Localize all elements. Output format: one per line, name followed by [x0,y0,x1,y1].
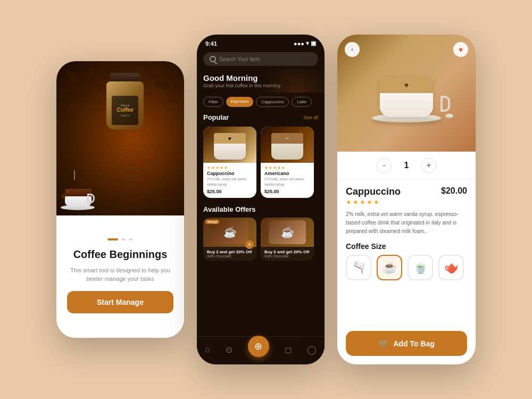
americano-card-info: ★★★★★ Americano 2% milk, extra vet warm … [261,163,314,198]
cappuccino-stars: ★★★★★ [207,165,253,170]
filter-chip-cappuccino[interactable]: Cappuccino [256,97,289,107]
nav-profile-icon[interactable]: ◯ [307,345,317,355]
nav-chat-icon[interactable]: ◻ [285,345,292,355]
svg-point-4 [65,69,79,85]
americano-name: Americano [264,171,310,176]
phone-detail: ‹ ♥ ♥ - 1 + Cappuccino $20.00 [337,35,476,364]
offer-info-2: Buy 2 and get 20% Off With chocolate [261,247,314,261]
size-medium[interactable]: ☕ [377,255,402,280]
product-card-americano[interactable]: ~ ★★★★★ Americano 2% milk, extra vet war… [261,127,314,198]
nav-home-icon[interactable]: ⌂ [205,345,210,354]
cappuccino-name: Cappuccino [207,171,253,176]
americano-price: $25.00 [264,189,310,194]
product-name: Cappuccino [346,186,401,197]
offer-badge-1: Treopl [205,220,219,224]
cart-icon: 🛒 [378,338,389,348]
svg-point-3 [165,93,181,105]
search-placeholder: Search Your Item [219,56,260,62]
add-to-bag-button[interactable]: 🛒 Add To Bag [346,331,467,356]
battery-icon: ▣ [311,40,316,47]
cappuccino-image: ♥ [203,127,256,163]
wifi-icon: ▾ [306,40,309,47]
hero-image: Natural Coffee Arabica [56,61,184,215]
offer-card-1[interactable]: ☕ Treopl + Buy 2 and get 20% Off With ch… [203,218,256,261]
search-icon [210,56,216,62]
quantity-value: 1 [401,161,412,170]
svg-point-1 [154,78,172,92]
detail-content: Cappuccino $20.00 ★★★★★ 2% milk, extra v… [337,180,476,326]
phone-browse: 9:41 ●●● ▾ ▣ Search Your Item Good Morni… [197,35,325,364]
americano-desc: 2% milk, extra vet warm vanila syrup [264,177,310,187]
product-price: $20.00 [441,186,467,196]
product-title-row: Cappuccino $20.00 [346,186,467,197]
filter-chip-espresso[interactable]: Espresso [226,97,253,107]
offer-title-2: Buy 2 and get 20% Off [264,250,310,254]
size-options: 🫗 ☕ 🍵 🫖 [346,255,467,280]
nav-cart-icon: ⊕ [254,340,262,352]
pagination-dots [107,238,133,240]
greeting-subtitle: Grab your frist coffee in this morning [203,83,318,88]
dot-3 [129,238,133,240]
filter-chip-filter[interactable]: Filter [203,97,223,107]
offer-image-2: ☕ [261,218,314,247]
back-button[interactable]: ‹ [345,42,360,57]
quantity-plus-button[interactable]: + [421,158,436,173]
latte-heart-art: ♥ [404,81,409,89]
offer-card-2[interactable]: ☕ Buy 2 and get 20% Off With chocolate [261,218,314,261]
app-subtitle: This smart tool is designed to help you … [67,266,173,284]
filter-chips: Filter Espresso Cappuccino Latte [203,97,318,107]
detail-product-image: ♥ [369,64,444,122]
quantity-minus-button[interactable]: - [377,158,392,173]
size-small[interactable]: 🫗 [346,255,371,280]
signal-icons: ●●● ▾ ▣ [294,40,316,47]
heart-button[interactable]: ♥ [453,42,468,57]
cappuccino-card-info: ★★★★★ Cappuccino 2% milk, extra vet warm… [203,163,256,198]
size-xl[interactable]: 🫖 [438,255,464,280]
bottom-nav: ⌂ ⊙ ⊕ ◻ ◯ [197,336,325,364]
detail-hero: ‹ ♥ ♥ [337,35,476,152]
dot-2 [121,238,126,240]
dot-1 [107,238,118,240]
americano-stars: ★★★★★ [264,165,310,170]
size-section: Coffee Size 🫗 ☕ 🍵 🫖 [346,242,467,280]
add-to-bag-label: Add To Bag [393,339,435,348]
signal-bars: ●●● [294,40,304,47]
size-large[interactable]: 🍵 [408,255,433,280]
popular-title: Popular [203,113,229,121]
greeting-section: Good Morning Grab your frist coffee in t… [197,69,325,93]
popular-section-header: Popular See all [197,111,325,123]
size-section-title: Coffee Size [346,242,467,251]
phone-splash: Natural Coffee Arabica [56,61,184,338]
product-card-cappuccino[interactable]: ♥ ★★★★★ Cappuccino 2% milk, extra vet wa… [203,127,256,198]
offer-sub-2: With chocolate [264,254,310,258]
cappuccino-desc: 2% milk, extra vet warm vanila syrup [207,177,253,187]
product-description: 2% milk, extra vet warm vanila syrup. es… [346,210,467,236]
jar-label-text: Coffee [117,107,134,113]
time-display: 9:41 [205,40,217,47]
offer-plus-1[interactable]: + [245,240,254,249]
nav-search-icon[interactable]: ⊙ [226,345,232,355]
status-bar: 9:41 ●●● ▾ ▣ [197,35,325,49]
product-stars: ★★★★★ [346,198,467,206]
splash-bottom-panel: Coffee Beginnings This smart tool is des… [56,215,184,338]
greeting-title: Good Morning [203,73,318,82]
popular-cards: ♥ ★★★★★ Cappuccino 2% milk, extra vet wa… [197,123,325,201]
see-all-link[interactable]: See all [303,115,318,120]
offer-title-1: Buy 2 and get 20% Off [207,250,253,254]
coffee-cup [61,181,98,210]
app-title: Coffee Beginnings [73,248,168,261]
offers-title: Available Offers [197,203,325,215]
offers-section: Available Offers ☕ Treopl + Buy 2 and ge… [197,201,325,265]
quantity-row: - 1 + [337,152,476,180]
nav-cart-center-button[interactable]: ⊕ [248,336,269,357]
start-manage-button[interactable]: Start Manage [67,291,173,313]
coffee-jar: Natural Coffee Arabica [101,71,149,129]
offer-cards: ☕ Treopl + Buy 2 and get 20% Off With ch… [197,215,325,263]
svg-point-5 [57,86,71,99]
cappuccino-price: $25.00 [207,189,253,194]
search-bar[interactable]: Search Your Item [203,52,318,66]
filter-chip-latte[interactable]: Latte [292,97,312,107]
offer-sub-1: With chocolate [207,254,253,258]
americano-image: ~ [261,127,314,163]
